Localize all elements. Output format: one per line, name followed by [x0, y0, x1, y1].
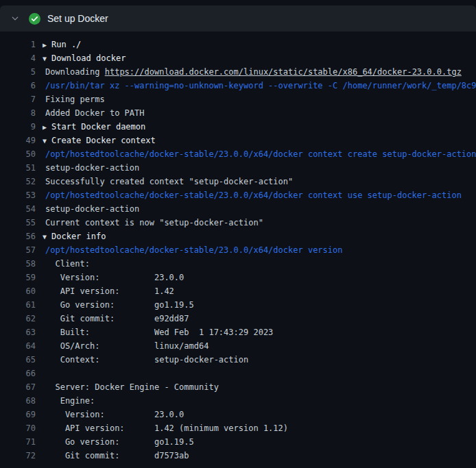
group-title: Run ./: [51, 40, 81, 49]
log-text: setup-docker-action: [45, 163, 139, 173]
triangle-down-icon[interactable]: ▼: [43, 52, 51, 65]
line-number[interactable]: 65: [0, 353, 36, 367]
log-text: Downloading: [45, 67, 105, 77]
group-title: Docker info: [51, 232, 106, 241]
log-text: API version: 1.42: [45, 286, 174, 296]
log-text: OS/Arch: linux/amd64: [45, 341, 209, 351]
triangle-right-icon[interactable]: ▶: [43, 121, 51, 134]
line-number[interactable]: 49: [0, 134, 36, 147]
log-text: Fixing perms: [45, 95, 105, 104]
log-line: 72 Git commit: d7573ab: [0, 449, 476, 463]
log-line: 64 OS/Arch: linux/amd64: [0, 339, 476, 353]
log-text: Version: 23.0.0: [45, 273, 184, 282]
log-line: 52Successfully created context "setup-do…: [0, 175, 476, 188]
line-number[interactable]: 8: [0, 106, 36, 120]
log-link[interactable]: https://download.docker.com/linux/static…: [105, 67, 462, 77]
log-line: 66: [0, 367, 476, 380]
command-text: /opt/hostedtoolcache/docker-stable/23.0.…: [45, 245, 342, 255]
log-text: Built: Wed Feb 1 17:43:29 2023: [45, 328, 273, 337]
line-number[interactable]: 4: [0, 51, 36, 65]
log-line: 58 Client:: [0, 257, 476, 271]
log-text: Added Docker to PATH: [45, 108, 145, 118]
line-number[interactable]: 9: [0, 120, 36, 134]
chevron-down-icon[interactable]: [11, 14, 19, 23]
log-text: Go version: go1.19.5: [45, 437, 194, 447]
log-text: Git commit: e92dd87: [45, 314, 189, 323]
triangle-down-icon[interactable]: ▼: [43, 134, 51, 147]
log-line: 6/usr/bin/tar xz --warning=no-unknown-ke…: [0, 79, 476, 93]
line-number[interactable]: 68: [0, 394, 36, 408]
log-line: 69 Version: 23.0.0: [0, 408, 476, 421]
triangle-down-icon[interactable]: ▼: [43, 230, 51, 243]
line-number[interactable]: 59: [0, 271, 36, 284]
log-line[interactable]: 1▶Run ./: [0, 38, 476, 51]
log-line: 50/opt/hostedtoolcache/docker-stable/23.…: [0, 147, 476, 161]
step-header[interactable]: Set up Docker: [0, 5, 476, 32]
log-line: 7Fixing perms: [0, 93, 476, 106]
log-line: 67 Server: Docker Engine - Community: [0, 380, 476, 394]
log-line: 59 Version: 23.0.0: [0, 271, 476, 284]
log-line[interactable]: 4▼Download docker: [0, 51, 476, 65]
log-text: Version: 23.0.0: [45, 410, 184, 419]
log-line: 54setup-docker-action: [0, 202, 476, 216]
log-line: 70 API version: 1.42 (minimum version 1.…: [0, 421, 476, 435]
line-number[interactable]: 52: [0, 175, 36, 188]
log-text: Go version: go1.19.5: [45, 300, 194, 310]
command-text: /opt/hostedtoolcache/docker-stable/23.0.…: [45, 149, 476, 159]
group-title: Download docker: [51, 53, 126, 63]
line-number[interactable]: 72: [0, 449, 36, 463]
log-line: 57/opt/hostedtoolcache/docker-stable/23.…: [0, 243, 476, 257]
line-number[interactable]: 7: [0, 93, 36, 106]
log-line: 51setup-docker-action: [0, 161, 476, 175]
log-line[interactable]: 56▼Docker info: [0, 230, 476, 243]
line-number[interactable]: 55: [0, 216, 36, 230]
line-number[interactable]: 54: [0, 202, 36, 216]
line-number[interactable]: 1: [0, 38, 36, 51]
log-line: 53/opt/hostedtoolcache/docker-stable/23.…: [0, 188, 476, 202]
command-text: /opt/hostedtoolcache/docker-stable/23.0.…: [45, 190, 462, 200]
line-number[interactable]: 56: [0, 230, 36, 243]
triangle-right-icon[interactable]: ▶: [43, 38, 51, 51]
log-text: Current context is now "setup-docker-act…: [45, 218, 263, 227]
line-number[interactable]: 50: [0, 147, 36, 161]
line-number[interactable]: 61: [0, 298, 36, 312]
log-text: Client:: [45, 259, 90, 269]
line-number[interactable]: 71: [0, 435, 36, 449]
log-text: Git commit: d7573ab: [45, 451, 189, 460]
group-title: Create Docker context: [51, 136, 156, 145]
line-number[interactable]: 57: [0, 243, 36, 257]
line-number[interactable]: 69: [0, 408, 36, 421]
line-number[interactable]: 62: [0, 312, 36, 325]
line-number[interactable]: 60: [0, 284, 36, 298]
line-number[interactable]: 5: [0, 65, 36, 79]
log-text: Engine:: [45, 396, 95, 406]
line-number[interactable]: 63: [0, 325, 36, 339]
log-text: API version: 1.42 (minimum version 1.12): [45, 423, 288, 433]
line-number[interactable]: 53: [0, 188, 36, 202]
log-text: Context: setup-docker-action: [45, 355, 248, 365]
log-line: 60 API version: 1.42: [0, 284, 476, 298]
group-title: Start Docker daemon: [51, 122, 145, 132]
log-line: 63 Built: Wed Feb 1 17:43:29 2023: [0, 325, 476, 339]
log-line: 8Added Docker to PATH: [0, 106, 476, 120]
log-line: 55Current context is now "setup-docker-a…: [0, 216, 476, 230]
line-number[interactable]: 66: [0, 367, 36, 380]
log-line: 65 Context: setup-docker-action: [0, 353, 476, 367]
log-line: 61 Go version: go1.19.5: [0, 298, 476, 312]
log-line[interactable]: 49▼Create Docker context: [0, 134, 476, 147]
log-text: Successfully created context "setup-dock…: [45, 177, 293, 186]
line-number[interactable]: 6: [0, 79, 36, 93]
line-number[interactable]: 64: [0, 339, 36, 353]
log-line: 71 Go version: go1.19.5: [0, 435, 476, 449]
actions-log-panel: Set up Docker 1▶Run ./4▼Download docker5…: [0, 5, 476, 468]
log-line[interactable]: 9▶Start Docker daemon: [0, 120, 476, 134]
log-text: setup-docker-action: [45, 204, 139, 214]
log-line: 62 Git commit: e92dd87: [0, 312, 476, 325]
line-number[interactable]: 70: [0, 421, 36, 435]
line-number[interactable]: 67: [0, 380, 36, 394]
line-number[interactable]: 58: [0, 257, 36, 271]
command-text: /usr/bin/tar xz --warning=no-unknown-key…: [45, 81, 476, 90]
line-number[interactable]: 51: [0, 161, 36, 175]
log-line: 68 Engine:: [0, 394, 476, 408]
success-check-icon: [29, 13, 40, 25]
